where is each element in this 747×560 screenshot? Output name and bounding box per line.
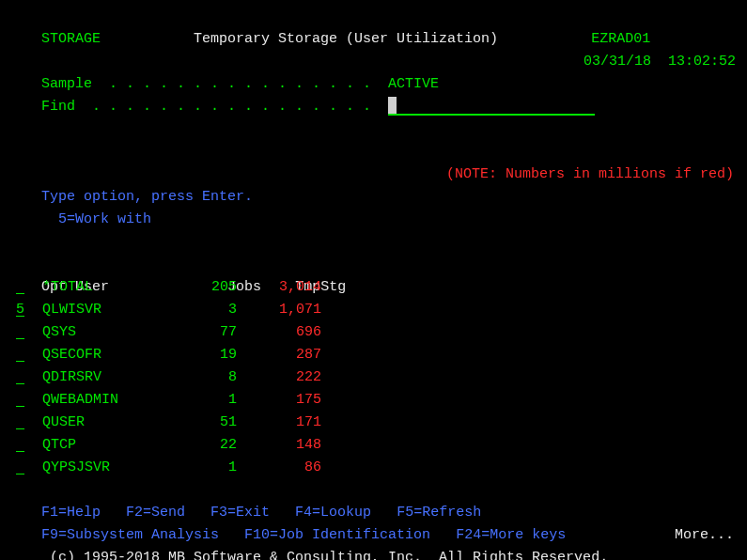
tmpstg-cell: 86 <box>245 459 321 475</box>
sample-dots: . . . . . . . . . . . . . . . . <box>109 76 371 92</box>
table-row: QWEBADMIN 1 175 <box>8 389 739 412</box>
tmpstg-cell: 3,014 <box>245 279 321 295</box>
option-input[interactable] <box>16 434 25 457</box>
user-cell: QWEBADMIN <box>42 392 178 408</box>
tmpstg-cell: 175 <box>245 392 321 408</box>
user-cell: QDIRSRV <box>42 369 178 385</box>
find-label: Find <box>41 99 75 115</box>
option-input[interactable] <box>16 344 25 366</box>
jobs-cell: 1 <box>178 392 237 408</box>
copyright: (c) 1995-2018 MB Software & Consulting, … <box>50 550 608 560</box>
jobs-cell: 3 <box>178 302 237 318</box>
user-cell: QUSER <box>42 414 178 430</box>
fkey-f24[interactable]: F24=More keys <box>456 527 566 543</box>
more-indicator: More... <box>675 524 739 547</box>
jobs-cell: 51 <box>178 414 237 430</box>
date: 03/31/18 <box>584 54 651 70</box>
jobs-cell: 19 <box>178 347 237 363</box>
table-row: QYPSJSVR 1 86 <box>8 457 739 479</box>
option-input[interactable] <box>16 457 25 479</box>
option-input[interactable] <box>16 321 25 344</box>
fkey-f5[interactable]: F5=Refresh <box>397 505 481 521</box>
option-input[interactable] <box>16 389 25 412</box>
table-row: QSECOFR 19 287 <box>8 344 739 366</box>
tmpstg-cell: 148 <box>245 437 321 453</box>
jobs-cell: 205 <box>178 279 237 295</box>
table-row: QUSER 51 171 <box>8 412 739 434</box>
option-input[interactable] <box>16 366 25 389</box>
table-row: QTCP 22 148 <box>8 434 739 457</box>
page-title: Temporary Storage (User Utilization) <box>194 31 498 47</box>
table-row: *TOTAL 205 3,014 <box>8 276 739 299</box>
fkey-f10[interactable]: F10=Job Identification <box>244 527 430 543</box>
option-input[interactable]: 5 <box>16 299 25 321</box>
find-input[interactable] <box>388 97 595 116</box>
jobs-cell: 1 <box>178 459 237 475</box>
text-cursor <box>388 97 397 114</box>
fkey-f3[interactable]: F3=Exit <box>210 505 270 521</box>
jobs-cell: 8 <box>178 369 237 385</box>
instructions-header: Type option, press Enter. <box>41 189 253 205</box>
user-cell: *TOTAL <box>42 279 178 295</box>
sample-label: Sample <box>41 76 92 92</box>
sample-value: ACTIVE <box>388 76 439 92</box>
millions-note: (NOTE: Numbers in millions if red) <box>446 166 734 182</box>
jobs-cell: 77 <box>178 324 237 340</box>
time: 13:02:52 <box>668 54 736 70</box>
option-input[interactable] <box>16 276 25 299</box>
jobs-cell: 22 <box>178 437 237 453</box>
fkey-f2[interactable]: F2=Send <box>126 505 185 521</box>
tmpstg-cell: 171 <box>245 414 321 430</box>
user-cell: QLWISVR <box>42 302 178 318</box>
user-cell: QSYS <box>42 324 178 340</box>
table-row: 5 QLWISVR 3 1,071 <box>8 299 739 321</box>
tmpstg-cell: 696 <box>245 324 321 340</box>
tmpstg-cell: 222 <box>245 369 321 385</box>
table-row: QSYS 77 696 <box>8 321 739 344</box>
option-input[interactable] <box>16 412 25 434</box>
option-help: 5=Work with <box>58 211 151 227</box>
table-row: QDIRSRV 8 222 <box>8 366 739 389</box>
user-cell: QYPSJSVR <box>42 459 178 475</box>
fkey-f9[interactable]: F9=Subsystem Analysis <box>41 527 219 543</box>
fkey-f1[interactable]: F1=Help <box>41 505 101 521</box>
tmpstg-cell: 1,071 <box>245 302 321 318</box>
program-id: STORAGE <box>41 31 101 47</box>
find-dots: . . . . . . . . . . . . . . . . . <box>92 99 371 115</box>
user-cell: QTCP <box>42 437 178 453</box>
system-name: EZRAD01 <box>591 31 650 47</box>
user-cell: QSECOFR <box>42 347 178 363</box>
tmpstg-cell: 287 <box>245 347 321 363</box>
fkey-f4[interactable]: F4=Lookup <box>295 505 371 521</box>
